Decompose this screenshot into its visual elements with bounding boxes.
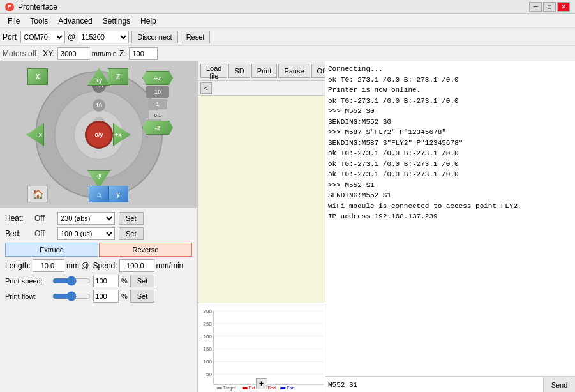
xy-home-button[interactable]: X <box>27 68 48 85</box>
menu-file[interactable]: File <box>3 15 25 27</box>
center-panel: Load file SD Print Pause Off < > 300 250… <box>198 61 325 392</box>
sd-button[interactable]: SD <box>228 64 250 78</box>
speed-label: Speed: <box>93 261 117 270</box>
console-line: IP address 192.168.137.239 <box>328 211 572 222</box>
y-home-button[interactable]: ⌂ <box>89 186 109 202</box>
reverse-button[interactable]: Reverse <box>99 243 192 257</box>
z-10-badge[interactable]: 10 <box>146 86 169 98</box>
add-button[interactable]: + <box>256 378 267 389</box>
y-label-button[interactable]: y <box>108 186 128 202</box>
svg-rect-20 <box>280 387 285 389</box>
console-line: ok T0:-273.1 /0.0 B:-273.1 /0.0 <box>328 96 572 107</box>
print-speed-set-button[interactable]: Set <box>130 275 155 287</box>
heat-label: Heat: <box>5 214 31 223</box>
speed-input[interactable] <box>119 259 154 272</box>
file-toolbar: Load file SD Print Pause Off <box>198 61 325 81</box>
svg-rect-14 <box>217 387 222 389</box>
console-line: >>> M587 S"FLY2" P"12345678" <box>328 127 572 138</box>
heat-status: Off <box>34 214 54 223</box>
at-sign: @ <box>68 33 75 41</box>
z-minus-button[interactable]: -z <box>142 121 173 135</box>
jog-y-plus-button[interactable]: +y <box>87 68 110 86</box>
console-input[interactable] <box>325 377 543 392</box>
svg-text:Target: Target <box>223 386 235 391</box>
console-line: WiFi module is connected to access point… <box>328 201 572 212</box>
reset-button[interactable]: Reset <box>181 31 211 43</box>
length-input[interactable] <box>33 259 64 272</box>
print-flow-unit: % <box>121 292 128 300</box>
maximize-button[interactable]: □ <box>543 2 556 12</box>
print-flow-set-button[interactable]: Set <box>130 290 155 303</box>
preview-nav: < > <box>198 81 325 96</box>
console-line: ok T0:-273.1 /0.0 B:-273.1 /0.0 <box>328 169 572 180</box>
send-button[interactable]: Send <box>543 377 575 392</box>
print-speed-slider[interactable] <box>52 276 91 286</box>
load-file-button[interactable]: Load file <box>200 64 227 78</box>
z-01-badge[interactable]: 0.1 <box>149 110 167 119</box>
z-plus-button[interactable]: +z <box>142 71 173 85</box>
svg-text:250: 250 <box>204 321 213 327</box>
jog-x-plus-button[interactable]: +x <box>113 123 131 146</box>
dist-10-badge[interactable]: 10 <box>93 99 105 112</box>
titlebar-left: P Pronterface <box>5 3 57 11</box>
close-button[interactable]: ✕ <box>557 2 570 12</box>
print-speed-value[interactable] <box>93 275 119 287</box>
menu-help[interactable]: Help <box>135 15 161 27</box>
heat-select[interactable]: 230 (abs) 200 (abs) 180 (abs) Off <box>57 212 115 225</box>
x-label-button[interactable]: Z <box>108 68 128 85</box>
titlebar-controls: ─ □ ✕ <box>529 2 570 12</box>
disconnect-button[interactable]: Disconnect <box>131 31 177 43</box>
heat-set-button[interactable]: Set <box>119 212 144 225</box>
svg-text:300: 300 <box>204 308 213 314</box>
menu-tools[interactable]: Tools <box>25 15 53 27</box>
jog-controls: o/y 100 10 1 +y <box>22 64 175 205</box>
console-input-row: Send <box>325 377 575 392</box>
home-button[interactable]: 🏠 <box>27 186 48 202</box>
bed-row: Bed: Off 100.0 (us) 60 (abs) Off Set <box>5 227 192 240</box>
minimize-button[interactable]: ─ <box>529 2 542 12</box>
print-speed-label: Print speed: <box>5 277 50 285</box>
bed-set-button[interactable]: Set <box>119 227 144 240</box>
motors-off-button[interactable]: Motors off <box>3 49 36 58</box>
console-line: Connecting... <box>328 64 572 75</box>
z-speed-input[interactable] <box>129 47 158 60</box>
console-line: SENDING:M552 S1 <box>328 190 572 201</box>
console-line: Printer is now online. <box>328 85 572 96</box>
jog-center-button[interactable]: o/y <box>85 121 113 149</box>
extrude-button[interactable]: Extrude <box>5 243 98 257</box>
pause-button[interactable]: Pause <box>278 64 310 78</box>
z-1-badge[interactable]: 1 <box>148 99 167 109</box>
console-line: ok T0:-273.1 /0.0 B:-273.1 /0.0 <box>328 75 572 86</box>
port-select[interactable]: COM70 <box>20 31 65 43</box>
left-panel: o/y 100 10 1 +y <box>0 61 198 392</box>
xy-speed-input[interactable] <box>57 47 89 60</box>
controls-panel: Heat: Off 230 (abs) 200 (abs) 180 (abs) … <box>0 208 197 306</box>
svg-rect-16 <box>243 387 248 389</box>
bed-status: Off <box>34 229 54 238</box>
length-group: Length: mm @ <box>5 259 89 272</box>
length-speed-row: Length: mm @ Speed: mm/min <box>5 259 192 272</box>
print-flow-value[interactable] <box>93 290 119 303</box>
menu-advanced[interactable]: Advanced <box>53 15 97 27</box>
xy-unit: mm/min <box>92 50 117 57</box>
console-output: Connecting...ok T0:-273.1 /0.0 B:-273.1 … <box>325 61 575 377</box>
print-speed-row: Print speed: % Set <box>5 275 192 287</box>
jog-x-minus-button[interactable]: -x <box>26 123 44 146</box>
bed-label: Bed: <box>5 229 31 238</box>
extrude-row: Extrude Reverse <box>5 243 192 257</box>
app-title: Pronterface <box>18 3 57 11</box>
print-flow-slider[interactable] <box>52 291 91 301</box>
menu-settings[interactable]: Settings <box>98 15 135 27</box>
bed-select[interactable]: 100.0 (us) 60 (abs) Off <box>57 227 115 240</box>
app-icon: P <box>5 3 14 11</box>
console-line: >>> M552 S0 <box>328 106 572 117</box>
print-button[interactable]: Print <box>251 64 278 78</box>
z-label: Z: <box>119 49 126 58</box>
speed-group: Speed: mm/min <box>93 259 184 272</box>
baud-select[interactable]: 115200 250000 9600 <box>78 31 129 43</box>
length-unit: mm @ <box>66 261 89 270</box>
titlebar: P Pronterface ─ □ ✕ <box>0 0 575 14</box>
svg-text:200: 200 <box>204 334 213 340</box>
nav-left-button[interactable]: < <box>200 82 212 94</box>
console-line: SENDING:M587 S"FLY2" P"12345678" <box>328 138 572 149</box>
